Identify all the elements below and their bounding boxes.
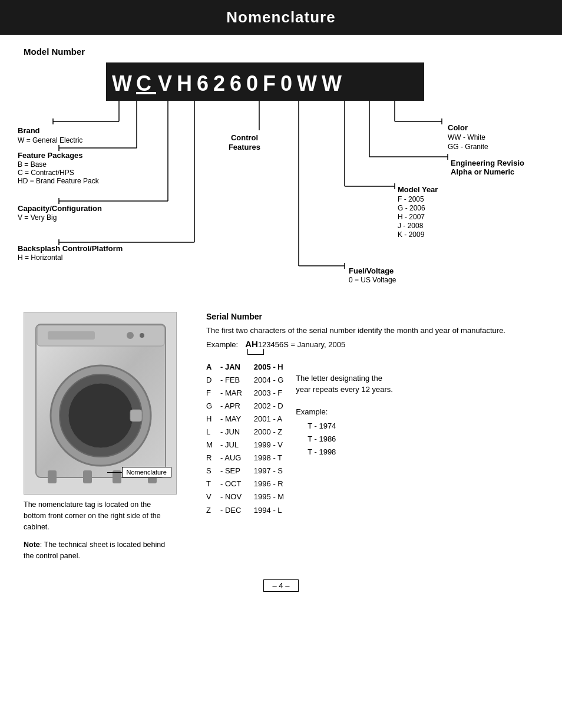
month-row: V- NOV [206,490,242,503]
note-label: Note [24,541,40,549]
svg-text:K - 2009: K - 2009 [398,230,425,239]
svg-text:H - 2007: H - 2007 [398,213,425,221]
svg-text:Brand: Brand [18,126,40,135]
svg-text:V = Very Big: V = Very Big [18,213,57,222]
month-row: A- JAN [206,361,242,374]
year-row: 1994 - L [254,504,284,517]
model-number-label: Model Number [24,47,538,57]
month-row: H- MAY [206,413,242,426]
year-example-item: T - 1986 [308,433,396,446]
serial-bracket [247,349,538,355]
year-example: Example: T - 1974T - 1986T - 1998 [296,407,396,459]
image-caption: The nomenclature tag is located on the b… [24,499,171,532]
year-example-item: T - 1974 [308,420,396,433]
svg-point-62 [68,383,133,448]
example-highlight: AH [245,339,258,349]
bracket-left [247,349,256,355]
serial-example-row: Example: AH123456S = January, 2005 [206,339,538,349]
nomenclature-tag-label: Nomenclature [122,467,171,477]
year-row: 1999 - V [254,439,284,452]
washer-image: Nomenclature [24,312,177,495]
year-note: The letter designating the year repeats … [296,373,396,396]
year-row: 2000 - Z [254,426,284,439]
svg-text:GG - Granite: GG - Granite [448,143,488,151]
svg-rect-59 [48,331,95,340]
svg-text:WW - White: WW - White [448,133,485,141]
svg-text:HD = Brand Feature Pack: HD = Brand Feature Pack [18,177,100,185]
page-header: Nomenclature [0,0,562,35]
nomenclature-diagram: W C VH6260F0WW Brand W = General Electri… [12,62,524,310]
month-col: A- JAND- FEBF- MARG- APRH- MAYL- JUNM- J… [206,361,242,517]
year-row: 1995 - M [254,490,284,503]
year-example-label: Example: [296,407,396,416]
svg-text:Capacity/Configuration: Capacity/Configuration [18,204,102,213]
year-row: 1996 - R [254,477,284,490]
years-list: 2005 - H2004 - G2003 - F2002 - D2001 - A… [254,361,284,517]
year-row: 2003 - F [254,387,284,400]
svg-text:Fuel/Voltage: Fuel/Voltage [349,266,394,275]
year-examples-list: T - 1974T - 1986T - 1998 [296,420,396,459]
serial-number-title: Serial Number [206,312,538,321]
example-label: Example: [206,340,238,349]
svg-text:C = Contract/HPS: C = Contract/HPS [18,169,74,177]
page-title: Nomenclature [0,8,562,27]
svg-text:Alpha or Numeric: Alpha or Numeric [451,167,514,176]
svg-text:C: C [136,71,156,95]
image-note: Note: The technical sheet is located beh… [24,539,171,562]
svg-text:J - 2008: J - 2008 [398,222,424,230]
svg-text:0 = US Voltage: 0 = US Voltage [349,276,396,284]
svg-text:Engineering Revision: Engineering Revision [451,159,524,167]
svg-text:Backsplash Control/Platform: Backsplash Control/Platform [18,244,123,253]
year-row: 2001 - A [254,413,284,426]
svg-rect-64 [48,470,57,483]
month-row: M- JUL [206,439,242,452]
year-col: 2005 - H2004 - G2003 - F2002 - D2001 - A… [254,361,284,517]
year-row: 2002 - D [254,400,284,413]
month-row: T- OCT [206,477,242,490]
month-row: L- JUN [206,426,242,439]
diagram-container: W C VH6260F0WW Brand W = General Electri… [0,62,562,312]
bracket-right [256,349,264,355]
svg-text:H = Horizontal: H = Horizontal [18,253,62,262]
serial-table: A- JAND- FEBF- MARG- APRH- MAYL- JUNM- J… [206,361,538,517]
example-rest: 123456S = January, 2005 [258,340,345,349]
year-row: 2005 - H [254,361,284,374]
svg-text:Feature Packages: Feature Packages [18,151,83,160]
svg-text:B = Base: B = Base [18,160,47,169]
nomenclature-tag-area: Nomenclature [107,467,171,477]
note-text: : The technical sheet is located behind … [24,541,165,560]
svg-rect-65 [83,470,92,483]
svg-text:VH6260F0WW: VH6260F0WW [158,71,346,95]
month-row: F- MAR [206,387,242,400]
svg-text:G - 2006: G - 2006 [398,204,425,212]
svg-text:W: W [112,71,137,95]
months-list: A- JAND- FEBF- MARG- APRH- MAYL- JUNM- J… [206,361,242,517]
serial-desc: The first two characters of the serial n… [206,325,538,337]
svg-text:Color: Color [448,123,468,132]
bottom-section: Nomenclature The nomenclature tag is loc… [0,312,562,562]
tag-connector-line [107,472,122,473]
svg-rect-63 [130,410,142,421]
svg-text:F - 2005: F - 2005 [398,195,424,203]
month-row: D- FEB [206,374,242,387]
svg-text:Model Year: Model Year [398,185,438,194]
year-row: 2004 - G [254,374,284,387]
note-col: The letter designating the year repeats … [296,361,396,517]
month-row: Z- DEC [206,504,242,517]
page-number: – 4 – [263,579,299,592]
year-row: 1997 - S [254,465,284,477]
serial-number-panel: Serial Number The first two characters o… [206,312,538,562]
year-row: 1998 - T [254,452,284,465]
svg-point-57 [127,332,134,339]
svg-text:Features: Features [229,143,260,151]
month-row: G- APR [206,400,242,413]
month-row: S- SEP [206,465,242,477]
svg-point-58 [140,333,144,338]
left-panel: Nomenclature The nomenclature tag is loc… [24,312,189,562]
month-row: R- AUG [206,452,242,465]
svg-text:W = General Electric: W = General Electric [18,136,82,144]
svg-text:Control: Control [231,133,258,142]
year-example-item: T - 1998 [308,446,396,459]
